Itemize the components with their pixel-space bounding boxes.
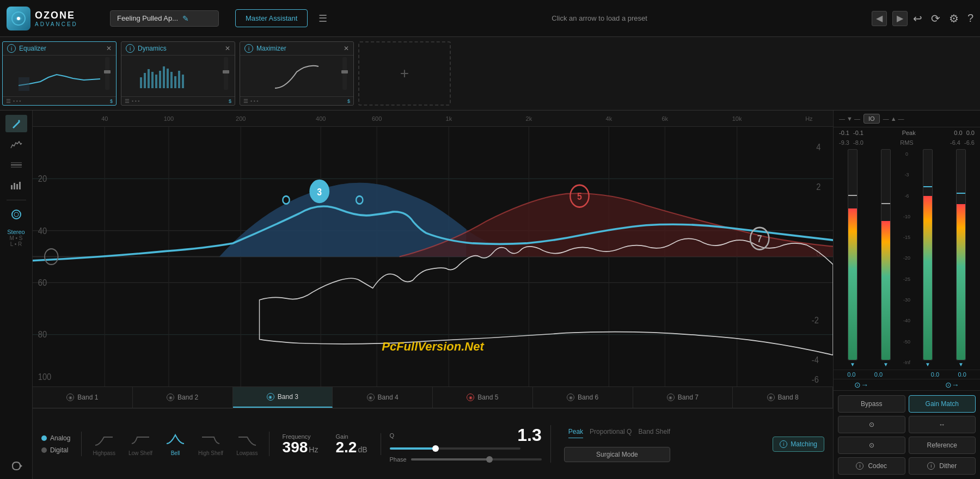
band-tab-6[interactable]: ◉ Band 6 — [533, 387, 633, 408]
master-assistant-button[interactable]: Master Assistant — [235, 9, 308, 27]
meter-in-r-thumb[interactable]: ▼ — [883, 361, 889, 367]
max-close-btn[interactable]: ✕ — [344, 45, 349, 52]
band-tab-4[interactable]: ◉ Band 4 — [333, 387, 433, 408]
preset-selector[interactable]: Feeling Pulled Ap... ✎ — [110, 10, 219, 27]
dyn-close-btn[interactable]: ✕ — [225, 45, 230, 52]
edit-preset-icon[interactable]: ✎ — [182, 14, 189, 23]
gain-match-button[interactable]: Gain Match — [909, 395, 976, 413]
history-button[interactable]: ⟳ — [931, 12, 940, 25]
band2-power[interactable]: ◉ — [167, 394, 174, 401]
analog-option[interactable]: Analog — [41, 434, 70, 442]
analog-dot — [41, 435, 47, 441]
tool-bars[interactable] — [5, 177, 27, 194]
band-tab-1[interactable]: ◉ Band 1 — [33, 387, 133, 408]
dyn-footer: ☰ • • • $ — [121, 96, 235, 105]
phase-slider[interactable] — [411, 458, 542, 460]
right-panel: — ▼ — IO — ▲ — -0.1 -0.1 Peak 0.0 0.0 -9… — [833, 110, 980, 479]
module-equalizer[interactable]: i Equalizer ✕ ☰ • • • $ — [2, 41, 117, 106]
meter-val-4: 0.0 — [958, 371, 966, 378]
filter-proportional-tab[interactable]: Proportional Q — [590, 426, 632, 438]
band-tab-2[interactable]: ◉ Band 2 — [133, 387, 233, 408]
band3-power[interactable]: ◉ — [267, 393, 274, 401]
in-rms-val2: -8.0 — [853, 139, 863, 146]
add-module-button[interactable]: + — [358, 41, 451, 106]
link2-button[interactable]: ⊙ — [838, 437, 905, 454]
meter-out-r-thumb[interactable]: ▼ — [958, 361, 964, 367]
link-in-icon[interactable]: ⊙→ — [854, 380, 868, 389]
logo-text: OZONE ADVANCED — [35, 10, 78, 27]
svg-text:3: 3 — [317, 186, 322, 198]
meter-container: ▼ ▼ 0 -3 -6 -10 -15 -20 — [834, 147, 980, 370]
module-maximizer[interactable]: i Maximizer ✕ ☰ • • • $ — [240, 41, 354, 106]
loop-icon[interactable] — [5, 457, 27, 475]
meters-group: ▼ ▼ 0 -3 -6 -10 -15 -20 — [837, 149, 977, 367]
codec-button[interactable]: i Codec — [838, 457, 905, 475]
codec-info-icon: i — [856, 462, 863, 470]
band-tab-7[interactable]: ◉ Band 7 — [633, 387, 733, 408]
max-info-btn[interactable]: i — [244, 44, 253, 53]
band8-power[interactable]: ◉ — [767, 394, 775, 401]
band4-power[interactable]: ◉ — [367, 394, 375, 401]
eq-title: Equalizer — [19, 45, 103, 52]
meter-link-row: ⊙→ ⊙→ — [834, 379, 980, 390]
band3-label: Band 3 — [278, 393, 298, 401]
band6-label: Band 6 — [578, 394, 598, 401]
svg-text:40: 40 — [38, 225, 47, 235]
codec-label: Codec — [868, 462, 887, 470]
preset-list-icon[interactable]: ☰ — [318, 13, 327, 24]
dyn-info-btn[interactable]: i — [126, 44, 134, 53]
out-peak-val1: 0.0 — [954, 130, 962, 136]
io-header: — ▼ — IO — ▲ — — [834, 110, 980, 127]
q-slider[interactable] — [390, 447, 520, 450]
filter-lowpass[interactable]: Lowpass — [236, 432, 258, 456]
settings-button[interactable]: ⚙ — [949, 12, 959, 25]
filter-high-shelf[interactable]: High Shelf — [198, 432, 223, 456]
band7-power[interactable]: ◉ — [667, 394, 675, 401]
meter-out-r-bar-container — [956, 149, 966, 360]
filter-highpass[interactable]: Highpass — [93, 432, 115, 456]
matching-button[interactable]: i Matching — [773, 437, 824, 452]
help-button[interactable]: ? — [967, 12, 973, 24]
band-tab-3[interactable]: ◉ Band 3 — [233, 387, 333, 408]
svg-rect-5 — [148, 69, 150, 88]
band5-power[interactable]: ◉ — [467, 394, 474, 401]
next-preset-arrow[interactable]: ▶ — [892, 11, 908, 26]
tool-spectrum[interactable] — [5, 136, 27, 153]
svg-rect-6 — [151, 72, 154, 88]
prev-preset-arrow[interactable]: ◀ — [872, 11, 887, 26]
digital-option[interactable]: Digital — [41, 446, 70, 454]
module-dynamics[interactable]: i Dynamics ✕ — [121, 41, 235, 106]
frequency-value: 398 — [283, 440, 308, 455]
meter-labels: -0.1 -0.1 Peak 0.0 0.0 — [834, 127, 980, 138]
reference-button[interactable]: Reference — [909, 437, 976, 454]
link-out-icon[interactable]: ⊙→ — [945, 380, 959, 389]
arrow-button[interactable]: ↔ — [909, 416, 976, 433]
meter-in-l: ▼ — [837, 149, 868, 367]
tool-pencil[interactable] — [5, 115, 27, 132]
dither-button[interactable]: i Dither — [909, 457, 976, 475]
tool-circle[interactable] — [5, 206, 27, 223]
link1-button[interactable]: ⊙ — [838, 416, 905, 433]
meter-out-l-thumb[interactable]: ▼ — [925, 361, 930, 367]
surgical-mode-button[interactable]: Surgical Mode — [564, 447, 670, 462]
module-strip: i Equalizer ✕ ☰ • • • $ i Dynamics ✕ — [0, 37, 980, 110]
preset-nav: ☰ Click an arrow to load a preset ◀ ▶ — [318, 11, 908, 26]
undo-button[interactable]: ↩ — [913, 12, 922, 25]
eq-canvas[interactable]: 20 40 60 80 100 4 2 0 -2 -4 -6 -8 — [33, 127, 833, 386]
io-button[interactable]: IO — [863, 114, 880, 124]
band1-power[interactable]: ◉ — [66, 394, 74, 401]
filter-bandshelf-tab[interactable]: Band Shelf — [638, 426, 670, 438]
filter-peak-tab[interactable]: Peak — [568, 426, 583, 438]
svg-rect-11 — [170, 72, 173, 88]
bypass-button[interactable]: Bypass — [838, 395, 905, 413]
band-tab-8[interactable]: ◉ Band 8 — [733, 387, 833, 408]
eq-close-btn[interactable]: ✕ — [106, 45, 112, 52]
bypass-label: Bypass — [861, 400, 882, 408]
band-tab-5[interactable]: ◉ Band 5 — [433, 387, 533, 408]
filter-low-shelf[interactable]: Low Shelf — [128, 432, 152, 456]
filter-bell[interactable]: Bell — [166, 432, 185, 456]
tool-eq-lines[interactable] — [5, 156, 27, 174]
band6-power[interactable]: ◉ — [567, 394, 574, 401]
meter-in-l-thumb[interactable]: ▼ — [850, 361, 855, 367]
eq-info-btn[interactable]: i — [7, 44, 16, 53]
